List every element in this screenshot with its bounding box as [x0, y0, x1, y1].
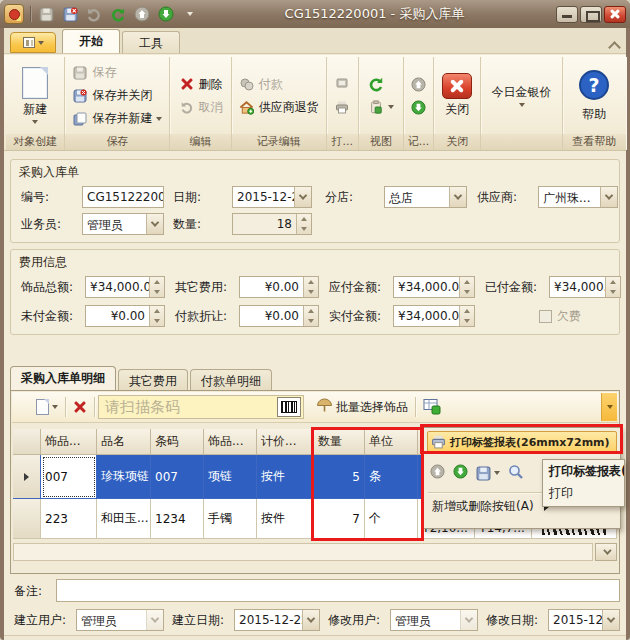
- cell[interactable]: 和田玉...: [97, 499, 151, 539]
- column-header[interactable]: 数量: [314, 429, 365, 455]
- help-button[interactable]: ? 帮助: [574, 67, 614, 125]
- cell[interactable]: 7: [314, 499, 365, 539]
- tab-start[interactable]: 开始: [62, 29, 120, 53]
- modified-by-combobox[interactable]: 管理员: [390, 609, 478, 631]
- cell[interactable]: 珍珠项链: [97, 455, 151, 499]
- next-record-button[interactable]: [408, 97, 430, 117]
- save-new-icon: [72, 111, 88, 127]
- application-menu-button[interactable]: [10, 32, 56, 53]
- magnifier-icon[interactable]: [508, 464, 524, 483]
- print-preview-button[interactable]: [331, 74, 353, 94]
- save-icon[interactable]: [476, 466, 500, 481]
- delete-button[interactable]: 删除: [176, 74, 226, 94]
- move-up-icon[interactable]: [133, 5, 151, 23]
- save-close-icon[interactable]: [61, 5, 79, 23]
- print-button[interactable]: [331, 97, 353, 117]
- close-form-button[interactable]: 关闭: [438, 71, 476, 120]
- actual-amount-field[interactable]: ¥34,000.00: [393, 305, 475, 327]
- cell[interactable]: 个: [365, 499, 418, 539]
- column-header[interactable]: 单位: [365, 429, 418, 455]
- cell[interactable]: 007: [151, 455, 204, 499]
- cell[interactable]: 按件: [257, 499, 314, 539]
- redo-icon[interactable]: [109, 5, 127, 23]
- total-amount-field[interactable]: ¥34,000.00: [85, 276, 165, 298]
- quantity-label: 数量:: [173, 216, 201, 233]
- minimize-button[interactable]: [556, 6, 578, 23]
- refresh-button[interactable]: [365, 74, 397, 94]
- column-header[interactable]: 条码: [151, 429, 204, 455]
- owe-checkbox[interactable]: 欠费: [539, 308, 581, 325]
- code-input[interactable]: CG1512220001: [82, 186, 164, 208]
- cell[interactable]: 007: [41, 455, 97, 499]
- modified-date-combobox[interactable]: 2015-12-22: [548, 609, 620, 631]
- dropdown-arrow-icon: [460, 610, 477, 630]
- up-circle-icon[interactable]: [430, 464, 445, 482]
- scroll-down-button[interactable]: [595, 543, 617, 561]
- remark-input[interactable]: [56, 579, 620, 602]
- new-row-button[interactable]: [32, 395, 62, 419]
- column-header[interactable]: 计价...: [257, 429, 314, 455]
- app-icon[interactable]: [4, 4, 24, 24]
- toolbar-overflow-button[interactable]: [601, 393, 617, 421]
- created-date-combobox[interactable]: 2015-12-22: [234, 609, 320, 631]
- supplier-combobox[interactable]: 广州珠...: [538, 186, 618, 208]
- insert-table-button[interactable]: [419, 395, 445, 419]
- maximize-button[interactable]: [580, 6, 602, 23]
- unpaid-amount-field[interactable]: ¥0.00: [85, 305, 165, 327]
- paid-amount-field[interactable]: ¥34,000.00: [549, 276, 621, 298]
- payable-amount-field[interactable]: ¥34,000.00: [393, 276, 475, 298]
- save-icon[interactable]: [37, 5, 55, 23]
- down-circle-icon: [411, 99, 427, 115]
- new-button[interactable]: 新建: [18, 65, 52, 126]
- column-header[interactable]: 饰品...: [204, 429, 257, 455]
- tab-tools[interactable]: 工具: [122, 31, 180, 53]
- cell[interactable]: 223: [41, 499, 97, 539]
- prev-record-button[interactable]: [408, 74, 430, 94]
- supplier-return-button[interactable]: 供应商退货: [236, 97, 322, 117]
- tab-payment-detail[interactable]: 付款单明细: [190, 369, 272, 391]
- tab-other-fees[interactable]: 其它费用: [118, 369, 188, 391]
- batch-select-button[interactable]: 批量选择饰品: [312, 395, 412, 419]
- collapse-ribbon-icon[interactable]: [606, 37, 622, 53]
- save-and-close-button[interactable]: 保存并关闭: [69, 86, 165, 106]
- created-by-combobox[interactable]: 管理员: [76, 609, 164, 631]
- cell[interactable]: 项链: [204, 455, 257, 499]
- tab-detail[interactable]: 采购入库单明细: [10, 366, 116, 391]
- status-bar: 登录账号: admin | 用户姓名: 管理员 | 当前分店: 总店: [4, 635, 626, 640]
- close-button[interactable]: [604, 6, 626, 23]
- group-label: 关闭: [434, 134, 481, 150]
- cell[interactable]: 5: [314, 455, 365, 499]
- cell[interactable]: 1234: [151, 499, 204, 539]
- column-header[interactable]: 品名: [97, 429, 151, 455]
- cell[interactable]: 条: [365, 455, 418, 499]
- save-button[interactable]: 保存: [69, 63, 165, 83]
- move-down-icon[interactable]: [157, 5, 175, 23]
- submenu-print[interactable]: 打印: [543, 482, 624, 504]
- payment-button[interactable]: 付款: [236, 74, 322, 94]
- submenu-print-label-report[interactable]: 打印标签报表(2: [543, 460, 624, 482]
- barcode-scan-input[interactable]: [99, 398, 277, 416]
- new-document-icon: [36, 399, 49, 415]
- save-and-new-button[interactable]: 保存并新建: [69, 109, 165, 129]
- discount-field[interactable]: ¥0.00: [239, 305, 319, 327]
- qat-dropdown-icon[interactable]: [181, 5, 199, 23]
- branch-combobox[interactable]: 总店: [384, 186, 467, 208]
- horizontal-scrollbar[interactable]: [13, 543, 593, 561]
- cancel-button[interactable]: 取消: [176, 97, 226, 117]
- down-circle-icon[interactable]: [453, 464, 468, 482]
- salesman-combobox[interactable]: 管理员: [82, 213, 164, 235]
- column-header[interactable]: 饰品...: [41, 429, 97, 455]
- delete-row-button[interactable]: [69, 395, 91, 419]
- cell[interactable]: 按件: [257, 455, 314, 499]
- cell[interactable]: 手镯: [204, 499, 257, 539]
- barcode-button[interactable]: [277, 397, 301, 417]
- other-fee-field[interactable]: ¥0.00: [239, 276, 319, 298]
- today-gold-price-button[interactable]: 今日金银价: [488, 82, 556, 109]
- view-options-button[interactable]: [365, 97, 397, 117]
- print-label-report-menu-item[interactable]: 打印标签报表(26mmx72mm): [427, 431, 617, 454]
- date-combobox[interactable]: 2015-12-22: [232, 186, 312, 208]
- undo-icon[interactable]: [85, 5, 103, 23]
- quantity-stepper[interactable]: 18: [232, 213, 312, 235]
- add-remove-buttons-menu-item[interactable]: 新增或删除按钮(A): [432, 498, 540, 515]
- row-indicator-header[interactable]: [13, 429, 41, 455]
